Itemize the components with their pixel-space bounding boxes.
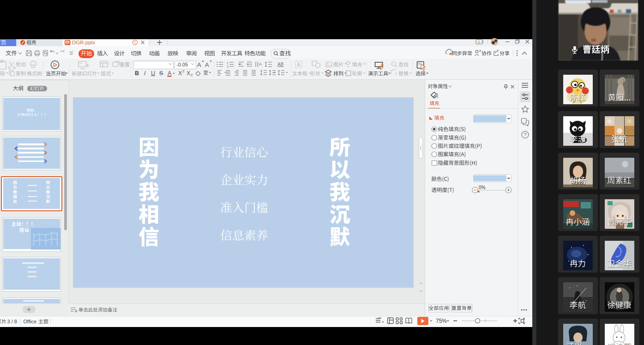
svg-text:A: A bbox=[205, 61, 209, 68]
svg-text:1: 1 bbox=[478, 40, 480, 44]
svg-text:X: X bbox=[178, 70, 182, 77]
svg-text:A: A bbox=[168, 70, 172, 77]
svg-text:3: 3 bbox=[227, 65, 229, 68]
svg-text:A: A bbox=[297, 62, 301, 67]
svg-text:3 / 8: 3 / 8 bbox=[7, 319, 17, 324]
svg-text:1: 1 bbox=[227, 61, 229, 65]
svg-text:A: A bbox=[259, 62, 262, 66]
svg-text:I: I bbox=[144, 70, 146, 77]
svg-text:0%: 0% bbox=[479, 185, 486, 190]
svg-text:2: 2 bbox=[182, 69, 185, 73]
svg-text:B: B bbox=[135, 70, 139, 77]
svg-text:Office: Office bbox=[24, 319, 37, 324]
svg-text:A: A bbox=[197, 61, 201, 68]
svg-text:AB: AB bbox=[277, 62, 284, 67]
svg-text:U: U bbox=[151, 70, 155, 77]
svg-text:S: S bbox=[159, 70, 163, 77]
svg-text:75%: 75% bbox=[436, 318, 447, 324]
svg-text:X: X bbox=[187, 70, 191, 77]
svg-text:2: 2 bbox=[191, 73, 193, 77]
svg-text:?: ? bbox=[524, 132, 527, 137]
svg-text:-0.05: -0.05 bbox=[176, 62, 188, 67]
svg-text:DGR.pptx: DGR.pptx bbox=[72, 40, 96, 45]
